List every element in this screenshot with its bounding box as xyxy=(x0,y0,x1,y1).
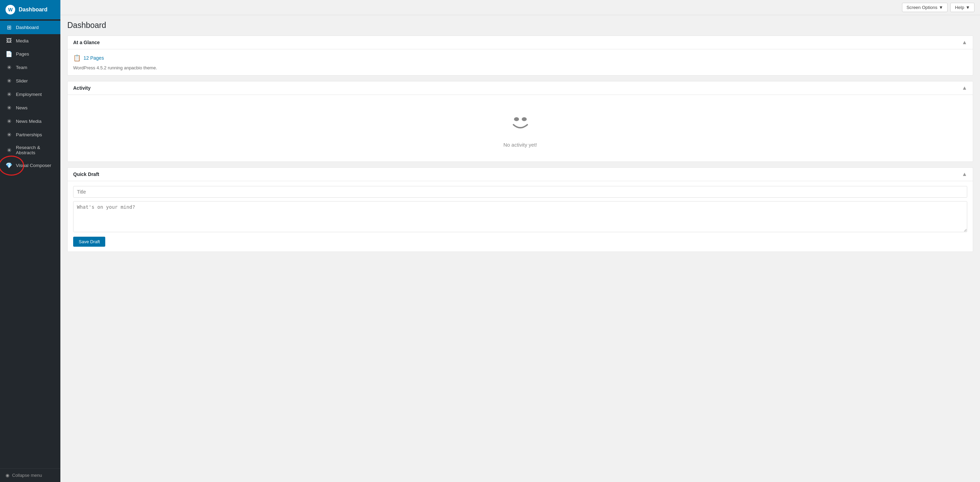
sidebar-item-dashboard[interactable]: ⊞ Dashboard xyxy=(0,21,60,34)
activity-body: No activity yet! xyxy=(68,95,973,161)
svg-point-1 xyxy=(522,117,527,121)
activity-collapse[interactable]: ▲ xyxy=(962,85,967,91)
quick-draft-body: Save Draft xyxy=(68,181,973,251)
pages-icon: 📄 xyxy=(6,51,13,57)
sidebar-item-pages[interactable]: 📄 Pages xyxy=(0,47,60,61)
sidebar: W Dashboard ⊞ Dashboard 🖼 Media 📄 Pages … xyxy=(0,0,60,482)
quick-draft-header: Quick Draft ▲ xyxy=(68,168,973,181)
at-a-glance-header: At a Glance ▲ xyxy=(68,36,973,49)
screen-options-button[interactable]: Screen Options ▼ xyxy=(902,3,948,12)
sidebar-item-news[interactable]: ✳ News xyxy=(0,101,60,115)
no-activity-text: No activity yet! xyxy=(503,142,537,148)
at-a-glance-title: At a Glance xyxy=(73,40,100,45)
smiley-icon xyxy=(507,109,534,136)
save-draft-label: Save Draft xyxy=(79,239,100,244)
sidebar-logo-text: Dashboard xyxy=(19,6,48,13)
activity-title: Activity xyxy=(73,85,91,91)
sidebar-item-news-media[interactable]: ✳ News Media xyxy=(0,115,60,128)
page-title: Dashboard xyxy=(67,21,973,30)
news-icon: ✳ xyxy=(6,105,13,111)
at-a-glance-widget: At a Glance ▲ 📋 12 Pages WordPress 4.5.2… xyxy=(67,35,973,76)
sidebar-item-research-abstracts[interactable]: ✳ Research & Abstracts xyxy=(0,142,60,159)
news-media-icon: ✳ xyxy=(6,118,13,124)
sidebar-item-label: Media xyxy=(16,38,29,43)
sidebar-item-label: Dashboard xyxy=(16,25,39,30)
pages-count-link: 12 Pages xyxy=(84,55,104,61)
pages-count-icon: 📋 xyxy=(73,54,81,62)
sidebar-item-employment[interactable]: ✳ Employment xyxy=(0,87,60,101)
main-area: Screen Options ▼ Help ▼ Dashboard At a G… xyxy=(60,0,980,482)
draft-title-input[interactable] xyxy=(73,186,967,198)
sidebar-item-slider[interactable]: ✳ Slider xyxy=(0,74,60,87)
sidebar-item-team[interactable]: ✳ Team xyxy=(0,61,60,74)
research-icon: ✳ xyxy=(6,147,13,154)
svg-point-0 xyxy=(514,117,519,121)
sidebar-item-media[interactable]: 🖼 Media xyxy=(0,34,60,47)
activity-widget: Activity ▲ No activity yet! xyxy=(67,81,973,162)
collapse-menu-label: Collapse menu xyxy=(12,473,42,478)
media-icon: 🖼 xyxy=(6,38,13,44)
at-a-glance-body: 📋 12 Pages WordPress 4.5.2 running anpac… xyxy=(68,49,973,75)
sidebar-item-label: Research & Abstracts xyxy=(16,145,55,155)
collapse-icon: ◉ xyxy=(6,473,9,478)
sidebar-item-label: Pages xyxy=(16,51,29,57)
employment-icon: ✳ xyxy=(6,91,13,98)
help-button[interactable]: Help ▼ xyxy=(950,3,974,12)
activity-header: Activity ▲ xyxy=(68,81,973,95)
visual-composer-icon: 💎 xyxy=(6,162,13,169)
sidebar-nav: ⊞ Dashboard 🖼 Media 📄 Pages ✳ Team ✳ Sli… xyxy=(0,19,60,468)
sidebar-item-label: Employment xyxy=(16,92,42,97)
dashboard-icon: ⊞ xyxy=(6,24,13,31)
sidebar-item-label: Slider xyxy=(16,78,28,83)
sidebar-item-partnerships[interactable]: ✳ Partnerships xyxy=(0,128,60,142)
draft-content-textarea[interactable] xyxy=(73,201,967,232)
screen-options-arrow-icon: ▼ xyxy=(939,5,943,10)
wp-icon: W xyxy=(6,5,15,14)
content-area: Dashboard At a Glance ▲ 📋 12 Pages WordP… xyxy=(60,15,980,482)
team-icon: ✳ xyxy=(6,64,13,71)
wp-version-text: WordPress 4.5.2 running anpacbio theme. xyxy=(73,65,967,70)
sidebar-item-visual-composer[interactable]: 💎 Visual Composer xyxy=(0,159,60,172)
help-arrow-icon: ▼ xyxy=(966,5,970,10)
at-a-glance-collapse[interactable]: ▲ xyxy=(962,39,967,46)
help-label: Help xyxy=(955,5,964,10)
sidebar-item-label: Visual Composer xyxy=(16,163,51,168)
sidebar-logo[interactable]: W Dashboard xyxy=(0,0,60,19)
topbar: Screen Options ▼ Help ▼ xyxy=(60,0,980,15)
screen-options-label: Screen Options xyxy=(907,5,937,10)
quick-draft-title: Quick Draft xyxy=(73,172,99,177)
sidebar-item-label: News Media xyxy=(16,119,41,124)
save-draft-button[interactable]: Save Draft xyxy=(73,237,105,247)
quick-draft-widget: Quick Draft ▲ Save Draft xyxy=(67,167,973,252)
activity-empty-state: No activity yet! xyxy=(68,95,973,161)
sidebar-item-label: Partnerships xyxy=(16,132,42,137)
slider-icon: ✳ xyxy=(6,78,13,84)
pages-count-item[interactable]: 📋 12 Pages xyxy=(73,54,967,62)
collapse-menu[interactable]: ◉ Collapse menu xyxy=(0,468,60,482)
sidebar-item-label: News xyxy=(16,105,28,110)
quick-draft-collapse[interactable]: ▲ xyxy=(962,171,967,177)
partnerships-icon: ✳ xyxy=(6,132,13,138)
sidebar-item-label: Team xyxy=(16,65,27,70)
